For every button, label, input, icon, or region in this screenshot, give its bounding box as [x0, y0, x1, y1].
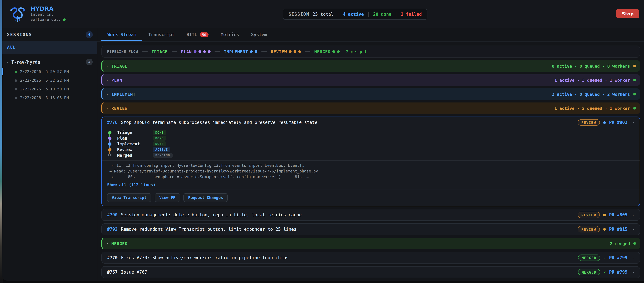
issue-id: #767	[107, 269, 118, 275]
worker-dot	[194, 50, 196, 53]
stage-row-stats: 0 active · 0 queued · 0 workers	[552, 64, 630, 69]
worker-dot	[294, 50, 296, 53]
stage-name: MERGED	[314, 49, 330, 54]
app-title: HYDRA	[30, 6, 66, 12]
request-changes-button[interactable]: Request Changes	[184, 193, 228, 202]
issue-card-770[interactable]: #770 Fixes #770: Show active/max workers…	[102, 252, 640, 263]
pr-link[interactable]: PR #802	[609, 120, 628, 125]
timeline-dot-triage	[108, 131, 112, 134]
brand-text: HYDRA Intent in. Software out.	[30, 6, 66, 22]
selected-session-indicator	[2, 68, 3, 75]
worker-dot	[203, 50, 206, 53]
status-badge-review: REVIEW	[578, 226, 600, 232]
view-pr-button[interactable]: View PR	[155, 193, 180, 202]
worker-dot	[332, 50, 335, 53]
stage-name: REVIEW	[271, 49, 287, 54]
pr-status-dot	[603, 121, 606, 124]
pipeline-stage-review: REVIEW	[271, 49, 301, 54]
stage-health-dot	[633, 107, 636, 110]
tab-work-stream[interactable]: Work Stream	[102, 28, 142, 41]
chevron-right-icon: ▸	[106, 93, 108, 96]
tab-hitl[interactable]: HITL 50	[180, 28, 215, 41]
issue-id: #792	[107, 227, 118, 232]
pipeline-stage-plan: PLAN	[181, 49, 210, 54]
worker-dot	[289, 50, 292, 53]
stage-row-merged[interactable]: ▾ MERGED 2 merged	[102, 238, 640, 249]
timeline-status-chip: DONE	[153, 130, 166, 135]
view-transcript-button[interactable]: View Transcript	[107, 193, 151, 202]
stage-row-triage[interactable]: ▸ TRIAGE 0 active · 0 queued · 0 workers	[102, 60, 640, 72]
pr-link[interactable]: PR #815	[609, 227, 628, 232]
stop-button[interactable]: Stop	[616, 9, 639, 19]
pr-link[interactable]: PR #805	[609, 212, 628, 217]
log-snippet: ← 11- 12-from config import HydraFlowCon…	[102, 161, 640, 182]
sessions-count-badge: 4	[86, 31, 93, 38]
stage-row-review[interactable]: ▾ REVIEW 1 active · 2 queued · 1 worker	[102, 103, 640, 114]
issue-card-776: #776 Stop should terminate subprocesses …	[102, 117, 640, 206]
timeline-row-plan: Plan DONE	[108, 135, 634, 141]
chevron-right-icon: ▸	[632, 270, 634, 274]
show-all-link[interactable]: Show all (112 lines)	[102, 182, 640, 190]
pipeline-flow-label: PIPELINE FLOW	[107, 50, 138, 54]
session-item-2[interactable]: 2/22/2026, 5:32:22 PM	[2, 76, 97, 85]
timeline-stage-label: Triage	[117, 130, 148, 135]
stage-row-stats: 1 active · 3 queued · 1 worker	[554, 78, 630, 83]
session-status-dot-idle	[15, 79, 17, 82]
status-live-dot	[63, 18, 66, 21]
tab-transcript[interactable]: Transcript	[142, 28, 180, 41]
separator: |	[367, 12, 370, 17]
hitl-count-badge: 50	[200, 32, 208, 37]
issue-card-767[interactable]: #767 Issue #767 MERGED ✓ PR #795 ▸	[102, 266, 640, 278]
issue-card-790[interactable]: #790 Session management: delete button, …	[102, 209, 640, 221]
session-item-4[interactable]: 2/22/2026, 5:18:03 PM	[2, 93, 97, 102]
issue-card-792[interactable]: #792 Remove redundant View Transcript bu…	[102, 223, 640, 235]
pr-link[interactable]: PR #795	[609, 269, 628, 275]
sidebar-header: SESSIONS 4	[2, 28, 97, 41]
timeline-row-merged: Merged PENDING	[108, 152, 634, 158]
stage-row-name: TRIAGE	[112, 64, 548, 69]
pipeline-connector	[214, 51, 220, 52]
separator: |	[395, 12, 398, 17]
stage-row-plan[interactable]: ▸ PLAN 1 active · 3 queued · 1 worker	[102, 74, 640, 86]
issue-id: #790	[107, 212, 118, 217]
tab-system[interactable]: System	[245, 28, 273, 41]
chevron-right-icon: ▸	[106, 79, 108, 82]
app-root: HYDRA Intent in. Software out. SESSION 2…	[0, 0, 644, 283]
session-item-3[interactable]: 2/22/2026, 5:19:59 PM	[2, 85, 97, 93]
stage-health-dot	[633, 79, 636, 81]
pipeline-stage-triage: TRIAGE	[152, 49, 168, 54]
issue-id: #776	[107, 120, 118, 125]
log-line: → Read: /Users/travisf/Documents/project…	[107, 168, 634, 174]
issue-title: Remove redundant View Transcript button,…	[121, 227, 574, 232]
stage-row-implement[interactable]: ▸ IMPLEMENT 2 active · 0 queued · 2 work…	[102, 88, 640, 100]
tab-metrics[interactable]: Metrics	[215, 28, 245, 41]
sidebar-group-repo[interactable]: ▾ T-rav/hyrda 4	[2, 57, 97, 67]
pipeline-stage-merged: MERGED	[314, 49, 340, 54]
session-timestamp: 2/22/2026, 5:50:57 PM	[20, 69, 69, 74]
chevron-right-icon: ▸	[632, 227, 634, 231]
issue-id: #770	[107, 255, 118, 260]
stage-name: TRIAGE	[152, 49, 168, 54]
session-item-1[interactable]: 2/22/2026, 5:50:57 PM	[2, 67, 97, 76]
session-done: 20 done	[373, 12, 392, 17]
session-total: 25 total	[313, 12, 334, 17]
session-status-dot-active	[15, 71, 17, 73]
session-active: 4 active	[343, 12, 364, 17]
stage-health-dot	[633, 93, 636, 95]
check-icon: ✓	[603, 270, 606, 274]
tab-label: HITL	[186, 32, 197, 37]
check-icon: ✓	[603, 255, 606, 260]
stage-health-dot	[633, 242, 636, 245]
main-content: Work Stream Transcript HITL 50 Metrics S…	[98, 28, 644, 281]
issue-card-776-header[interactable]: #776 Stop should terminate subprocesses …	[102, 117, 640, 128]
worker-dot	[337, 50, 340, 53]
pipeline-connector	[172, 51, 177, 52]
tagline-line1: Intent in.	[30, 12, 66, 17]
pipeline-connector	[305, 51, 310, 52]
pr-link[interactable]: PR #799	[609, 255, 628, 260]
issue-title: Issue #767	[121, 269, 575, 275]
card-actions: View Transcript View PR Request Changes	[102, 190, 640, 206]
chevron-down-icon: ▾	[106, 107, 108, 110]
worker-dot	[250, 50, 253, 53]
sidebar-item-all[interactable]: All	[2, 41, 97, 54]
